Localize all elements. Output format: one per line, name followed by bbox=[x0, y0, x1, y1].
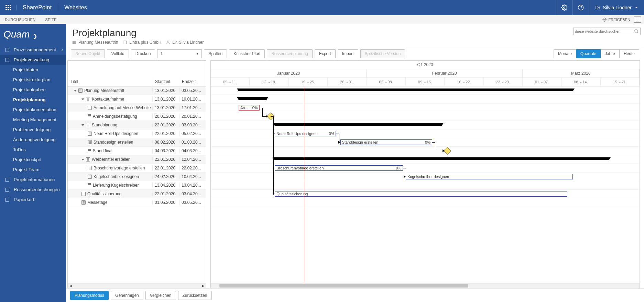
critical-path-button[interactable]: Kritischer Pfad bbox=[229, 49, 265, 58]
task-title: Planung Messeauftritt bbox=[84, 88, 124, 93]
task-row[interactable]: Standplanung 22.01.2020 03.03.20... bbox=[68, 121, 206, 129]
svg-line-24 bbox=[637, 32, 638, 33]
svg-rect-19 bbox=[73, 42, 76, 43]
flag-icon bbox=[88, 183, 91, 187]
summary-bar[interactable] bbox=[239, 97, 266, 100]
search-icon[interactable] bbox=[634, 29, 639, 34]
summary-bar[interactable] bbox=[275, 157, 609, 160]
task-row[interactable]: Messetage 01.05.2020 03.05.20... bbox=[68, 198, 206, 207]
task-row[interactable]: Stand final 04.03.2020 04.03.20... bbox=[68, 147, 206, 155]
scale-years[interactable]: Jahre bbox=[601, 49, 620, 58]
task-row[interactable]: Kontaktaufnahme 13.01.2020 19.01.20... bbox=[68, 95, 206, 104]
collapse-nav-icon[interactable]: ‹ bbox=[61, 46, 63, 53]
columns-button[interactable]: Spalten bbox=[204, 49, 227, 58]
dependency-arrow-icon bbox=[443, 149, 445, 152]
export-button[interactable]: Export bbox=[315, 49, 336, 58]
nav-sub-7[interactable]: Änderungsverfolgung bbox=[0, 135, 66, 145]
nav-top-0[interactable]: Prozessmanagement bbox=[0, 45, 66, 55]
settings-gear-icon[interactable] bbox=[556, 0, 572, 15]
crumb-user[interactable]: Dr. Silvia Lindner bbox=[172, 40, 204, 45]
scale-months[interactable]: Monate bbox=[554, 49, 576, 58]
splitter[interactable] bbox=[206, 60, 210, 288]
compare-button[interactable]: Vergleichen bbox=[145, 291, 176, 300]
task-row[interactable]: Lieferung Kugelschreiber 13.04.2020 13.0… bbox=[68, 181, 206, 190]
nav-sub-9[interactable]: Projektcockpit bbox=[0, 155, 66, 165]
nav-bottom-0[interactable]: Projektinformationen bbox=[0, 175, 66, 185]
nav-sub-8[interactable]: ToDos bbox=[0, 145, 66, 155]
nav-sub-0[interactable]: Projektdaten bbox=[0, 65, 66, 75]
nav-sub-1[interactable]: Projektstrukturplan bbox=[0, 75, 66, 85]
scale-today[interactable]: Heute bbox=[620, 49, 639, 58]
ribbon-tab-page[interactable]: SEITE bbox=[40, 18, 61, 22]
brand-label[interactable]: SharePoint bbox=[17, 4, 58, 11]
nav-top-1[interactable]: Projektverwaltung bbox=[0, 55, 66, 65]
gantt-chart[interactable]: Q1 2020 Januar 2020Februar 2020März 2020… bbox=[210, 60, 640, 288]
tl-week: 08. - 14. bbox=[561, 78, 600, 86]
task-row[interactable]: Standdesign erstellen 08.02.2020 01.03.2… bbox=[68, 138, 206, 147]
print-button[interactable]: Drucken bbox=[131, 49, 155, 58]
chart-h-scrollbar[interactable] bbox=[211, 283, 640, 288]
expand-icon[interactable] bbox=[81, 124, 84, 126]
share-button[interactable]: FREIGEBEN bbox=[602, 18, 630, 22]
zoom-select[interactable]: 1▼ bbox=[157, 49, 202, 58]
focus-mode-icon[interactable] bbox=[634, 17, 641, 23]
task-row[interactable]: Neue Roll-Ups designen 22.01.2020 05.02.… bbox=[68, 129, 206, 138]
task-bar[interactable]: Broschürenvorlage erstellen0% bbox=[275, 165, 403, 171]
fullscreen-button[interactable]: Vollbild bbox=[107, 49, 129, 58]
crumb-project[interactable]: Planung Messeauftritt bbox=[78, 40, 118, 45]
planning-mode-button[interactable]: Planungsmodus bbox=[70, 291, 109, 300]
task-grid: Titel Startzeit Endzeit Planung Messeauf… bbox=[67, 60, 206, 288]
task-row[interactable]: Qualitätssicherung 22.01.2020 03.04.20..… bbox=[68, 190, 206, 198]
nav-sub-5[interactable]: Meeting Management bbox=[0, 115, 66, 125]
top-nav-websites[interactable]: Websites bbox=[58, 4, 93, 11]
task-bar-label: Qualitätssicherung bbox=[276, 192, 308, 196]
expand-icon[interactable] bbox=[74, 90, 77, 92]
nav-bottom-1[interactable]: Ressourcenbuchungen bbox=[0, 185, 66, 195]
col-end[interactable]: Endzeit bbox=[179, 77, 206, 86]
expand-icon[interactable] bbox=[81, 98, 84, 100]
nav-bottom-2[interactable]: Papierkorb bbox=[0, 195, 66, 205]
nav-sub-10[interactable]: Projekt-Team bbox=[0, 165, 66, 175]
task-bar[interactable]: Standdesign erstellen0% bbox=[340, 139, 432, 145]
task-end: 05.02.20... bbox=[179, 131, 206, 136]
task-title: Messetage bbox=[87, 200, 108, 205]
help-icon[interactable] bbox=[572, 0, 589, 15]
nav-sub-4[interactable]: Projektdokumentation bbox=[0, 105, 66, 115]
expand-icon[interactable] bbox=[81, 159, 84, 160]
ribbon-tab-browse[interactable]: DURCHSUCHEN bbox=[0, 18, 40, 22]
app-launcher[interactable] bbox=[0, 5, 17, 10]
task-bar[interactable]: An...0% bbox=[239, 105, 260, 111]
task-end: 01.03.20... bbox=[179, 140, 206, 145]
import-button[interactable]: Import bbox=[338, 49, 358, 58]
summary-bar[interactable] bbox=[239, 88, 573, 91]
task-bar[interactable]: Neue Roll-Ups designen0% bbox=[275, 131, 336, 136]
approve-button[interactable]: Genehmigen bbox=[111, 291, 143, 300]
crumb-company[interactable]: Lintra plus GmbH bbox=[129, 40, 161, 45]
grid-h-scrollbar[interactable]: ◂▸ bbox=[68, 283, 206, 288]
task-bar[interactable]: Qualitätssicherung bbox=[275, 191, 567, 197]
nav-sub-6[interactable]: Problemverfolgung bbox=[0, 125, 66, 135]
col-start[interactable]: Startzeit bbox=[152, 77, 179, 86]
building-icon bbox=[123, 40, 127, 44]
reset-button[interactable]: Zurücksetzen bbox=[178, 291, 212, 300]
task-start: 04.03.2020 bbox=[152, 148, 179, 153]
task-row[interactable]: Anmeldung auf Messe-Website 13.01.2020 1… bbox=[68, 104, 206, 112]
scale-quarters[interactable]: Quartale bbox=[576, 49, 601, 58]
task-row[interactable]: Kugelschreiber designen 24.02.2020 10.04… bbox=[68, 173, 206, 181]
zoom-value: 1 bbox=[160, 51, 163, 56]
site-search[interactable] bbox=[573, 28, 641, 35]
summary-bar[interactable] bbox=[275, 123, 442, 126]
search-input[interactable] bbox=[575, 29, 634, 33]
task-row[interactable]: Planung Messeauftritt 13.01.2020 03.05.2… bbox=[68, 86, 206, 95]
nav-sub-3[interactable]: Projektplanung bbox=[0, 95, 66, 105]
nav-label: Projektdaten bbox=[13, 67, 38, 72]
task-bar[interactable]: Kugelschreiber designen bbox=[406, 174, 573, 179]
task-row[interactable]: Werbemittel erstellen 22.01.2020 12.04.2… bbox=[68, 155, 206, 164]
tl-week: 26. - 01. bbox=[328, 78, 367, 86]
task-row[interactable]: Broschürenvorlage erstellen 22.01.2020 2… bbox=[68, 164, 206, 173]
nav-label: Projektinformationen bbox=[14, 177, 55, 182]
user-menu[interactable]: Dr. Silvia Lindner bbox=[589, 0, 644, 15]
col-title[interactable]: Titel bbox=[68, 77, 152, 86]
task-row[interactable]: Anmeldungsbestätigung 20.01.2020 20.01.2… bbox=[68, 112, 206, 121]
nav-sub-2[interactable]: Projektaufgaben bbox=[0, 85, 66, 95]
